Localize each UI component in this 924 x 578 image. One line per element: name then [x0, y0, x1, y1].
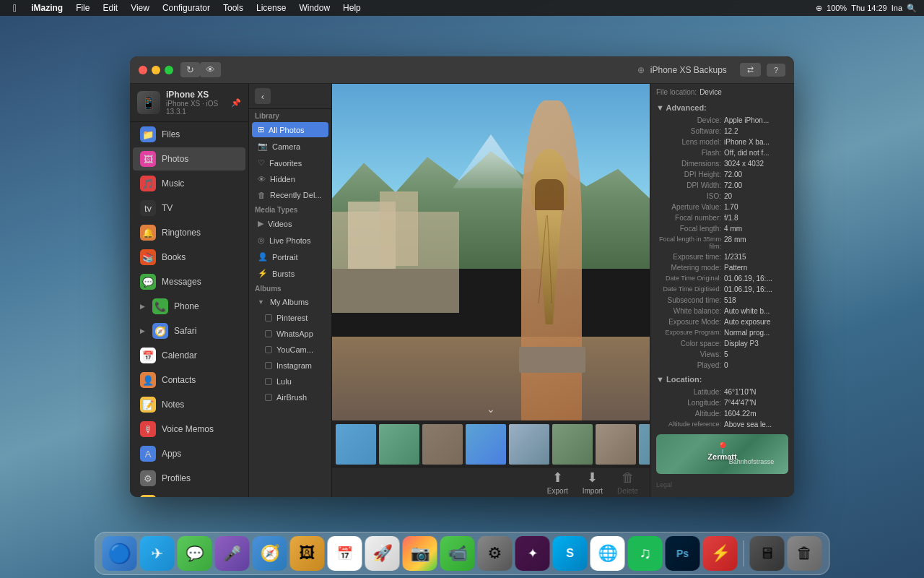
advanced-section-header[interactable]: ▼ Advanced:	[650, 99, 794, 115]
thumb-2[interactable]	[378, 423, 420, 465]
chevron-down-icon[interactable]: ⌄	[487, 403, 495, 415]
back-button[interactable]: ‹	[255, 88, 271, 104]
dock-item-spotify[interactable]: ♫	[628, 536, 663, 571]
panel-item-favorites[interactable]: ♡ Favorites	[252, 155, 328, 171]
panel-item-bursts[interactable]: ⚡ Bursts	[252, 266, 328, 281]
menubar-window[interactable]: Window	[293, 1, 336, 14]
location-map[interactable]: 📍 Zermatt Bahnhofstrasse	[656, 434, 788, 474]
sidebar-item-contacts[interactable]: 👤 Contacts	[133, 368, 245, 392]
dock-item-imazing[interactable]: ⚡	[703, 536, 738, 571]
panel-item-pinterest[interactable]: Pinterest	[252, 311, 328, 325]
info-value: 0	[724, 361, 788, 369]
sidebar-device[interactable]: 📱 iPhone XS iPhone XS · iOS 13.3.1 📌	[130, 84, 248, 122]
sidebar-item-filesystem[interactable]: 🗂 File System	[133, 491, 245, 497]
import-button[interactable]: ⬇ Import	[583, 470, 603, 495]
thumb-6[interactable]	[552, 423, 593, 465]
dock-item-slack[interactable]: ✦	[515, 536, 550, 571]
panel-item-instagram[interactable]: Instagram	[252, 358, 328, 373]
menubar-app-name[interactable]: iMazing	[25, 1, 69, 14]
menubar-configurator[interactable]: Configurator	[157, 1, 216, 14]
location-section-header[interactable]: ▼ Location:	[650, 371, 794, 387]
sidebar-item-ringtones[interactable]: 🔔 Ringtones	[133, 221, 245, 244]
sidebar-item-apps[interactable]: A Apps	[133, 442, 245, 465]
dock-item-screens[interactable]: 🖥	[750, 536, 785, 571]
dock-item-safari[interactable]: 🧭	[253, 536, 287, 571]
thumb-4[interactable]	[465, 423, 507, 465]
delete-button[interactable]: 🗑 Delete	[617, 470, 638, 495]
info-label: DPI Width:	[656, 181, 721, 189]
panel-item-all-photos[interactable]: ⊞ All Photos	[252, 122, 328, 137]
sidebar-item-files[interactable]: 📁 Files	[133, 123, 245, 146]
export-button[interactable]: ⬆ Export	[547, 470, 568, 495]
info-value: Auto white b...	[724, 307, 788, 315]
dock-item-photoshop[interactable]: Ps	[666, 536, 700, 571]
sidebar-item-safari[interactable]: ▶ 🧭 Safari	[133, 319, 245, 342]
panel-item-airbrush[interactable]: AirBrush	[252, 390, 328, 405]
sidebar-item-music[interactable]: 🎵 Music	[133, 172, 245, 195]
menubar-license[interactable]: License	[250, 1, 292, 14]
maximize-button[interactable]	[165, 66, 173, 74]
ringtones-icon: 🔔	[140, 225, 156, 241]
dock-item-finder[interactable]: 🔵	[103, 536, 137, 571]
dock-item-calendar[interactable]: 📅	[328, 536, 362, 571]
info-label: Device:	[656, 116, 721, 124]
panel-item-portrait[interactable]: 👤 Portrait	[252, 249, 328, 264]
panel-item-youcam[interactable]: YouCam...	[252, 342, 328, 357]
profiles-icon: ⚙	[140, 470, 156, 486]
sidebar-item-profiles[interactable]: ⚙ Profiles	[133, 467, 245, 490]
dock-item-telegram[interactable]: ✈	[140, 536, 175, 571]
dock-item-chrome[interactable]: 🌐	[590, 536, 625, 571]
dock-item-messages[interactable]: 💬	[178, 536, 212, 571]
swap-button[interactable]: ⇄	[740, 63, 761, 77]
panel-my-albums[interactable]: ▼ My Albums	[252, 295, 328, 309]
dock-item-trash[interactable]: 🗑	[788, 536, 822, 571]
dock-item-skype[interactable]: S	[553, 536, 588, 571]
main-photo-area[interactable]: ⌄	[332, 84, 650, 420]
sidebar-item-photos[interactable]: 🖼 Photos	[133, 147, 245, 171]
sidebar-item-messages[interactable]: 💬 Messages	[133, 270, 245, 293]
info-label: Focal length:	[656, 225, 721, 233]
refresh-button[interactable]: ↻	[180, 62, 200, 77]
sidebar-item-notes[interactable]: 📝 Notes	[133, 393, 245, 416]
album-checkbox	[265, 314, 272, 322]
menubar-tools[interactable]: Tools	[217, 1, 249, 14]
panel-item-camera[interactable]: 📷 Camera	[252, 139, 328, 154]
dock-item-settings[interactable]: ⚙	[478, 536, 513, 571]
panel-item-videos[interactable]: ▶ Videos	[252, 216, 328, 231]
sidebar-item-calendar[interactable]: 📅 Calendar	[133, 344, 245, 367]
search-icon[interactable]: 🔍	[907, 4, 917, 13]
thumb-7[interactable]	[595, 423, 637, 465]
menubar-edit[interactable]: Edit	[97, 1, 123, 14]
files-icon: 📁	[140, 126, 156, 142]
close-button[interactable]	[139, 66, 147, 74]
sidebar-item-tv[interactable]: tv TV	[133, 197, 245, 220]
menubar-file[interactable]: File	[70, 1, 95, 14]
thumb-8[interactable]	[638, 423, 650, 465]
panel-item-hidden[interactable]: 👁 Hidden	[252, 172, 328, 186]
panel-item-recently-deleted[interactable]: 🗑 Recently Del...	[252, 188, 328, 202]
dock-item-photos[interactable]: 📷	[403, 536, 437, 571]
info-label: Flash:	[656, 149, 721, 157]
view-toggle-button[interactable]: 👁	[200, 62, 221, 77]
apple-menu[interactable]: 	[6, 2, 24, 14]
dock-item-facetime[interactable]: 📹	[440, 536, 475, 571]
menubar-view[interactable]: View	[125, 1, 155, 14]
minimize-button[interactable]	[152, 66, 160, 74]
thumb-5[interactable]	[508, 423, 550, 465]
help-button[interactable]: ?	[767, 64, 785, 77]
sidebar-item-books[interactable]: 📚 Books	[133, 246, 245, 269]
sidebar-item-voice-memos[interactable]: 🎙 Voice Memos	[133, 418, 245, 441]
thumb-3[interactable]	[422, 423, 463, 465]
panel-item-lulu[interactable]: Lulu	[252, 374, 328, 389]
photoshop-icon: Ps	[676, 548, 689, 559]
thumb-1[interactable]	[335, 423, 377, 465]
menubar-help[interactable]: Help	[337, 1, 367, 14]
sidebar-item-phone[interactable]: ▶ 📞 Phone	[133, 295, 245, 318]
info-row-focal-length: Focal length: 4 mm	[650, 223, 794, 234]
hand-area	[497, 100, 618, 420]
dock-item-stamp[interactable]: 🖼	[290, 536, 325, 571]
dock-item-siri[interactable]: 🎤	[215, 536, 250, 571]
dock-item-launchpad[interactable]: 🚀	[365, 536, 400, 571]
panel-item-whatsapp[interactable]: WhatsApp	[252, 327, 328, 341]
panel-item-live-photos[interactable]: ◎ Live Photos	[252, 233, 328, 248]
